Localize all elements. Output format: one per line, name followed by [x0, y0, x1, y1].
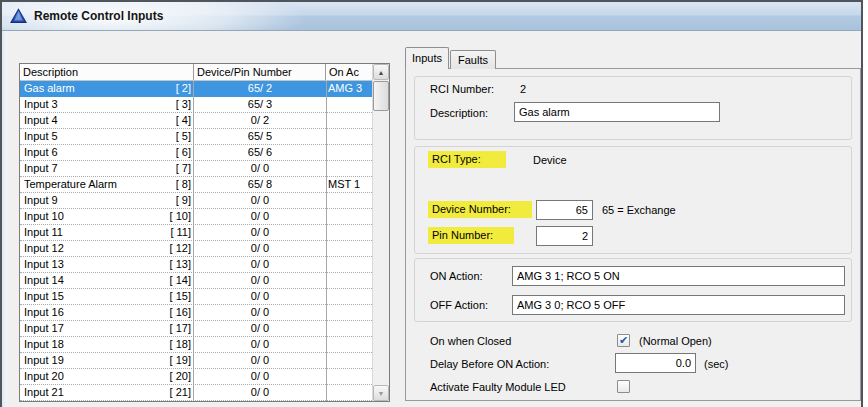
on-when-closed-checkbox[interactable]: ✔ [617, 334, 630, 347]
row-index: [ 12] [170, 241, 191, 256]
column-header-on-action[interactable]: On Ac [326, 64, 372, 80]
window-border [0, 0, 2, 407]
device-number-input[interactable] [536, 200, 593, 220]
row-index: [ 7] [176, 161, 191, 176]
row-device-pin: 0/ 0 [194, 225, 326, 240]
faulty-led-checkbox[interactable] [617, 380, 630, 393]
row-description: Input 10 [24, 209, 64, 224]
scroll-down-icon[interactable]: ▼ [373, 385, 389, 401]
delay-unit-label: (sec) [704, 357, 728, 372]
list-row[interactable]: Input 16[ 16]0/ 0 [20, 305, 372, 321]
row-index: [ 13] [170, 257, 191, 272]
row-description: Input 19 [24, 353, 64, 368]
rci-number-label: RCI Number: [430, 82, 494, 97]
list-row[interactable]: Input 14[ 14]0/ 0 [20, 273, 372, 289]
row-on-action [326, 289, 372, 304]
window-border [861, 0, 863, 407]
row-device-pin: 65/ 3 [194, 97, 326, 112]
row-device-pin: 0/ 0 [194, 257, 326, 272]
column-divider [326, 81, 327, 401]
row-index: [ 10] [170, 209, 191, 224]
row-description: Input 11 [24, 225, 63, 240]
row-on-action [326, 129, 372, 144]
list-row[interactable]: Input 21[ 21]0/ 0 [20, 385, 372, 401]
scrollbar-thumb[interactable] [373, 81, 389, 111]
pin-number-input[interactable] [536, 226, 593, 246]
row-device-pin: 65/ 5 [194, 129, 326, 144]
list-row[interactable]: Input 7[ 7]0/ 0 [20, 161, 372, 177]
title-bar[interactable]: Remote Control Inputs [2, 2, 861, 31]
delay-input[interactable] [615, 353, 696, 373]
row-on-action: MST 1 [326, 177, 372, 192]
row-index: [ 2] [176, 81, 191, 96]
row-device-pin: 0/ 2 [194, 113, 326, 128]
row-index: [ 16] [170, 305, 191, 320]
row-index: [ 15] [170, 289, 191, 304]
tab-inputs[interactable]: Inputs [405, 47, 449, 69]
normal-open-label: (Normal Open) [639, 334, 712, 349]
list-row[interactable]: Input 15[ 15]0/ 0 [20, 289, 372, 305]
on-when-closed-label: On when Closed [430, 334, 511, 349]
list-row[interactable]: Input 20[ 20]0/ 0 [20, 369, 372, 385]
list-row[interactable]: Input 18[ 18]0/ 0 [20, 337, 372, 353]
row-device-pin: 65/ 2 [194, 81, 326, 96]
row-device-pin: 65/ 8 [194, 177, 326, 192]
row-description: Input 5 [24, 129, 58, 144]
row-description: Input 12 [24, 241, 64, 256]
row-index: [ 20] [170, 369, 191, 384]
row-description: Input 13 [24, 257, 64, 272]
row-device-pin: 0/ 0 [194, 353, 326, 368]
column-divider [193, 81, 194, 401]
column-header-device-pin[interactable]: Device/Pin Number [194, 64, 326, 80]
row-index: [ 19] [170, 353, 191, 368]
list-row[interactable]: Input 11[ 11]0/ 0 [20, 225, 372, 241]
tab-faults[interactable]: Faults [450, 50, 496, 69]
list-header: Description Device/Pin Number On Ac [20, 64, 372, 81]
list-row[interactable]: Input 10[ 10]0/ 0 [20, 209, 372, 225]
list-row[interactable]: Temperature Alarm[ 8]65/ 8MST 1 [20, 177, 372, 193]
row-device-pin: 0/ 0 [194, 289, 326, 304]
window-border [0, 0, 863, 2]
delay-label: Delay Before ON Action: [430, 357, 549, 372]
list-row[interactable]: Input 9[ 9]0/ 0 [20, 193, 372, 209]
row-index: [ 11] [170, 225, 191, 240]
row-index: [ 14] [170, 273, 191, 288]
row-description: Input 3 [24, 97, 58, 112]
faulty-led-label: Activate Faulty Module LED [430, 380, 566, 395]
row-index: [ 18] [170, 337, 191, 352]
list-row[interactable]: Input 3[ 3]65/ 3 [20, 97, 372, 113]
list-row[interactable]: Input 13[ 13]0/ 0 [20, 257, 372, 273]
row-on-action [326, 305, 372, 320]
list-row[interactable]: Input 4[ 4]0/ 2 [20, 113, 372, 129]
off-action-input[interactable] [512, 295, 845, 315]
rci-type-value: Device [533, 153, 567, 168]
on-action-input[interactable] [512, 266, 845, 286]
row-description: Gas alarm [24, 81, 75, 96]
row-on-action [326, 97, 372, 112]
list-scrollbar[interactable]: ▲ ▼ [372, 64, 389, 401]
description-input[interactable] [514, 102, 720, 122]
frame-edge-strip [2, 31, 9, 407]
window-title: Remote Control Inputs [34, 9, 163, 23]
list-row[interactable]: Input 17[ 17]0/ 0 [20, 321, 372, 337]
row-description: Input 14 [24, 273, 64, 288]
rci-type-label: RCI Type: [428, 151, 506, 168]
list-row[interactable]: Input 12[ 12]0/ 0 [20, 241, 372, 257]
device-number-label: Device Number: [428, 201, 532, 218]
row-description: Input 9 [24, 193, 58, 208]
scroll-up-icon[interactable]: ▲ [373, 64, 389, 80]
row-device-pin: 65/ 6 [194, 145, 326, 160]
row-on-action [326, 113, 372, 128]
row-on-action [326, 257, 372, 272]
row-device-pin: 0/ 0 [194, 385, 326, 400]
row-index: [ 8] [176, 177, 191, 192]
row-index: [ 4] [176, 113, 191, 128]
list-row[interactable]: Gas alarm[ 2]65/ 2AMG 3 [20, 81, 372, 97]
on-action-label: ON Action: [430, 269, 483, 284]
row-device-pin: 0/ 0 [194, 193, 326, 208]
list-row[interactable]: Input 19[ 19]0/ 0 [20, 353, 372, 369]
list-row[interactable]: Input 6[ 6]65/ 6 [20, 145, 372, 161]
list-row[interactable]: Input 5[ 5]65/ 5 [20, 129, 372, 145]
row-device-pin: 0/ 0 [194, 337, 326, 352]
column-header-description[interactable]: Description [20, 64, 194, 80]
